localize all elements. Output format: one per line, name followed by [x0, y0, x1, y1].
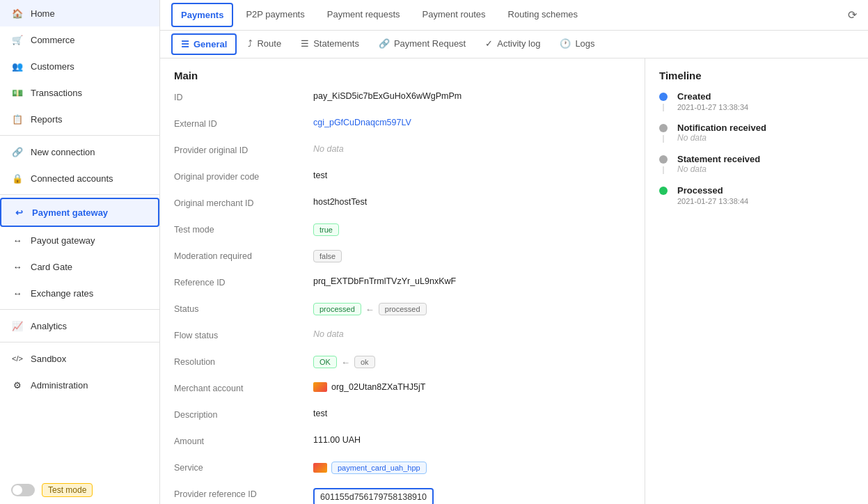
sidebar-item-exchange-rates[interactable]: ↔ Exchange rates — [0, 280, 159, 306]
sidebar-item-new-connection[interactable]: 🔗 New connection — [0, 139, 159, 165]
test-mode-row: Test mode — [0, 476, 159, 504]
sub-tab-activity-log[interactable]: ✓ Activity log — [477, 33, 549, 56]
timeline-content-notification: Notification received No data — [677, 123, 854, 143]
tab-payment-requests[interactable]: Payment requests — [317, 2, 410, 28]
value-original-merchant-id: host2hostTest — [313, 197, 367, 207]
right-panel: Timeline Created 2021-01-27 13:38:34 — [645, 58, 868, 504]
payment-gateway-icon: ↩ — [13, 206, 25, 219]
field-row-amount: Amount 111.00 UAH — [174, 435, 631, 455]
value-amount: 111.00 UAH — [313, 435, 361, 445]
tab-p2p-payments[interactable]: P2P payments — [236, 2, 314, 28]
field-row-original-merchant-id: Original merchant ID host2hostTest — [174, 197, 631, 216]
toggle-knob — [13, 485, 22, 495]
service-badge: payment_card_uah_hpp — [331, 462, 427, 474]
tab-routing-schemes[interactable]: Routing schemes — [498, 2, 587, 28]
field-row-status: Status processed ← processed — [174, 303, 631, 322]
tab-payment-routes[interactable]: Payment routes — [413, 2, 496, 28]
value-service: payment_card_uah_hpp — [313, 462, 427, 474]
sub-tab-general[interactable]: ☰ General — [171, 33, 237, 55]
field-row-flow-status: Flow status No data — [174, 329, 631, 349]
timeline-dot-col-2 — [659, 123, 668, 143]
timeline-dot-processed — [659, 187, 668, 195]
sidebar-item-card-gate[interactable]: ↔ Card Gate — [0, 253, 159, 280]
timeline-dot-col-4 — [659, 185, 668, 205]
value-description: test — [313, 409, 327, 418]
statements-icon: ☰ — [301, 38, 309, 49]
sandbox-icon: </> — [11, 352, 24, 365]
timeline-dot-notification — [659, 124, 668, 132]
commerce-icon: 🛒 — [11, 33, 24, 46]
timeline-sub-notification: No data — [677, 133, 854, 143]
field-row-provider-original-id: Provider original ID No data — [174, 144, 631, 164]
label-resolution: Resolution — [174, 356, 313, 367]
payout-gateway-icon: ↔ — [11, 234, 24, 246]
timeline-content-processed: Processed 2021-01-27 13:38:44 — [677, 185, 854, 205]
status-badge-left: processed — [313, 303, 361, 315]
activity-log-icon: ✓ — [485, 38, 493, 49]
tab-payments[interactable]: Payments — [171, 3, 233, 27]
sidebar-item-payment-gateway[interactable]: ↩ Payment gateway — [0, 198, 159, 227]
sub-tab-logs[interactable]: 🕐 Logs — [551, 33, 603, 56]
sidebar-item-commerce[interactable]: 🛒 Commerce — [0, 26, 159, 53]
timeline-item-notification: Notification received No data — [659, 123, 854, 143]
timeline-title-notification: Notification received — [677, 123, 854, 133]
refresh-icon[interactable]: ⟳ — [848, 8, 857, 22]
sub-tab-route[interactable]: ⤴ Route — [239, 33, 290, 56]
sub-tab-statements[interactable]: ☰ Statements — [292, 33, 368, 56]
sidebar-item-connected-accounts[interactable]: 🔒 Connected accounts — [0, 165, 159, 191]
sidebar-item-payout-gateway[interactable]: ↔ Payout gateway — [0, 227, 159, 253]
sidebar-item-customers[interactable]: 👥 Customers — [0, 53, 159, 79]
field-row-description: Description test — [174, 409, 631, 428]
field-row-test-mode: Test mode true — [174, 223, 631, 243]
value-external-id[interactable]: cgi_pGfCuDnaqcm597LV — [313, 118, 411, 127]
resolution-badge-right: ok — [354, 356, 375, 368]
field-row-id: ID pay_KiSD5ic7bExGuHoX6wWgPmPm — [174, 91, 631, 111]
field-row-external-id: External ID cgi_pGfCuDnaqcm597LV — [174, 118, 631, 137]
sidebar-divider-3 — [0, 309, 159, 310]
timeline-item-processed: Processed 2021-01-27 13:38:44 — [659, 185, 854, 205]
timeline-dot-statement — [659, 155, 668, 164]
top-tabs: Payments P2P payments Payment requests P… — [160, 0, 868, 31]
sidebar-item-reports[interactable]: 📋 Reports — [0, 106, 159, 132]
sub-tabs: ☰ General ⤴ Route ☰ Statements 🔗 Payment… — [160, 31, 868, 58]
field-row-resolution: Resolution OK ← ok — [174, 356, 631, 375]
label-id: ID — [174, 91, 313, 102]
label-original-merchant-id: Original merchant ID — [174, 197, 313, 208]
sidebar-item-sandbox[interactable]: </> Sandbox — [0, 345, 159, 372]
content-area: Main ID pay_KiSD5ic7bExGuHoX6wWgPmPm Ext… — [160, 58, 868, 504]
moderation-badge: false — [313, 250, 342, 262]
status-badge-right: processed — [379, 303, 427, 315]
route-icon: ⤴ — [248, 38, 253, 49]
test-mode-toggle[interactable] — [11, 484, 35, 496]
value-id: pay_KiSD5ic7bExGuHoX6wWgPmPm — [313, 91, 461, 101]
card-gate-icon: ↔ — [11, 260, 24, 273]
sidebar-item-analytics[interactable]: 📈 Analytics — [0, 313, 159, 339]
timeline-title-statement: Statement received — [677, 154, 854, 164]
timeline-title-processed: Processed — [677, 185, 854, 196]
sidebar-item-home[interactable]: 🏠 Home — [0, 0, 159, 26]
timeline-item-statement: Statement received No data — [659, 154, 854, 174]
sub-tab-payment-request[interactable]: 🔗 Payment Request — [370, 33, 474, 56]
customers-icon: 👥 — [11, 60, 24, 72]
value-provider-reference-id: 601155d756179758138910 — [313, 488, 434, 504]
label-provider-reference-id: Provider reference ID — [174, 488, 313, 499]
test-mode-badge: true — [313, 223, 339, 236]
value-reference-id: prq_EXTDbFnTrmlTVzYr_uL9nxKwF — [313, 276, 456, 286]
sidebar-item-transactions[interactable]: 💵 Transactions — [0, 79, 159, 106]
value-resolution: OK ← ok — [313, 356, 375, 368]
sidebar-item-administration[interactable]: ⚙ Administration — [0, 372, 159, 398]
timeline-content-statement: Statement received No data — [677, 154, 854, 174]
timeline-dot-col-3 — [659, 154, 668, 174]
new-connection-icon: 🔗 — [11, 145, 24, 158]
label-status: Status — [174, 303, 313, 314]
timeline-item-created: Created 2021-01-27 13:38:34 — [659, 91, 854, 111]
timeline-title: Timeline — [659, 70, 854, 81]
field-row-original-provider-code: Original provider code test — [174, 171, 631, 190]
general-icon: ☰ — [181, 39, 189, 49]
timeline-title-created: Created — [677, 91, 854, 102]
timeline-time-processed: 2021-01-27 13:38:44 — [677, 197, 854, 205]
label-original-provider-code: Original provider code — [174, 171, 313, 182]
label-merchant-account: Merchant account — [174, 382, 313, 393]
exchange-rates-icon: ↔ — [11, 287, 24, 299]
reports-icon: 📋 — [11, 113, 24, 125]
